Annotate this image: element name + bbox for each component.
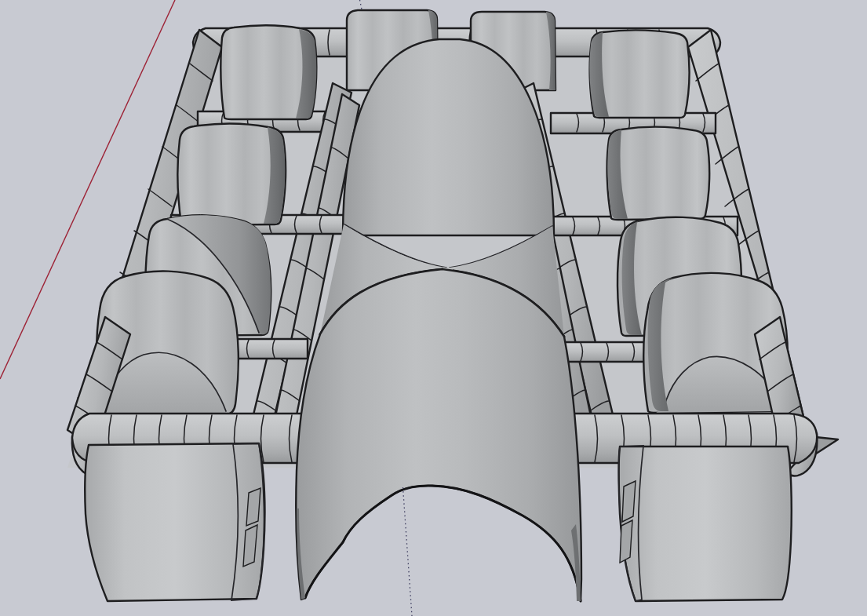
cylinder-mid-left[interactable] [178,124,286,225]
model-viewport[interactable] [0,0,867,616]
cylinder-back-left[interactable] [220,25,316,119]
cylinder-mid-right[interactable] [607,127,710,220]
cylinder-back-right[interactable] [589,30,689,118]
wheel-front-left[interactable] [85,443,264,601]
viewport-canvas[interactable] [0,0,867,616]
wheel-front-right[interactable] [619,446,792,601]
